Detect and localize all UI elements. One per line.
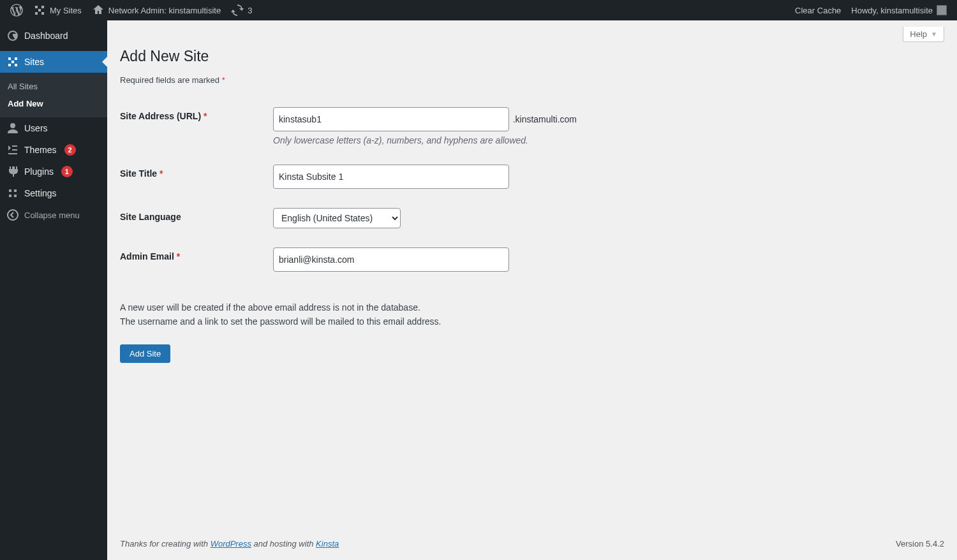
admin-sidebar: Dashboard Sites All Sites Add New Users …: [0, 20, 107, 560]
help-label: Help: [910, 29, 927, 39]
sidebar-dashboard-label: Dashboard: [24, 31, 68, 41]
admin-email-label-cell: Admin Email *: [120, 238, 267, 281]
collapse-icon: [6, 209, 19, 221]
footer-wordpress-link[interactable]: WordPress: [211, 539, 251, 549]
site-language-label: Site Language: [120, 212, 181, 222]
my-sites-label: My Sites: [50, 6, 82, 15]
footer-thanks-prefix: Thanks for creating with: [120, 539, 211, 549]
my-sites-link[interactable]: My Sites: [28, 0, 87, 20]
howdy-label: Howdy, kinstamultisite: [851, 6, 933, 15]
site-title-label: Site Title: [120, 168, 160, 179]
admin-footer: Thanks for creating with WordPress and h…: [120, 539, 944, 549]
comments-link[interactable]: 3: [226, 0, 257, 20]
home-icon: [92, 4, 105, 17]
info-line-1: A new user will be created if the above …: [120, 302, 420, 313]
plugins-icon: [6, 165, 19, 178]
collapse-label: Collapse menu: [24, 210, 80, 220]
sidebar-item-themes[interactable]: Themes 2: [0, 139, 107, 161]
avatar: [937, 5, 947, 15]
refresh-icon: [231, 4, 244, 17]
network-icon: [33, 4, 46, 17]
admin-email-req: *: [177, 251, 180, 262]
collapse-menu[interactable]: Collapse menu: [0, 204, 107, 226]
footer-thanks-mid: and hosting with: [251, 539, 316, 549]
sidebar-sites-label: Sites: [24, 57, 44, 67]
plugins-update-badge: 1: [61, 166, 73, 177]
settings-icon: [6, 187, 19, 200]
sidebar-sub-all-sites[interactable]: All Sites: [0, 78, 107, 95]
page-title: Add New Site: [120, 42, 944, 68]
themes-icon: [6, 144, 19, 156]
sidebar-themes-label: Themes: [24, 145, 57, 155]
users-icon: [6, 122, 19, 135]
site-address-label: Site Address (URL): [120, 111, 204, 121]
main-content: Help ▼ Add New Site Required fields are …: [107, 20, 957, 560]
site-address-label-cell: Site Address (URL) *: [120, 98, 267, 155]
clear-cache-label: Clear Cache: [795, 6, 841, 15]
sidebar-item-plugins[interactable]: Plugins 1: [0, 161, 107, 182]
sites-icon: [6, 55, 19, 68]
sidebar-settings-label: Settings: [24, 188, 57, 198]
network-admin-label: Network Admin: kinstamultisite: [108, 6, 221, 15]
add-site-form: Site Address (URL) * .kinstamulti.com On…: [120, 98, 944, 281]
themes-update-badge: 2: [64, 144, 76, 156]
admin-email-label: Admin Email: [120, 251, 177, 262]
clear-cache-link[interactable]: Clear Cache: [790, 0, 846, 20]
footer-kinsta-link[interactable]: Kinsta: [316, 539, 339, 549]
sidebar-item-sites[interactable]: Sites: [0, 51, 107, 73]
site-address-hint: Only lowercase letters (a-z), numbers, a…: [273, 135, 938, 145]
site-address-suffix: .kinstamulti.com: [513, 114, 577, 124]
new-user-info: A new user will be created if the above …: [120, 300, 944, 329]
sidebar-users-label: Users: [24, 123, 48, 133]
admin-bar: My Sites Network Admin: kinstamultisite …: [0, 0, 957, 20]
sidebar-item-dashboard[interactable]: Dashboard: [0, 20, 107, 51]
site-address-req: *: [204, 111, 207, 121]
howdy-user[interactable]: Howdy, kinstamultisite: [846, 0, 952, 20]
admin-email-input[interactable]: [273, 247, 509, 272]
required-legend-text: Required fields are marked: [120, 75, 222, 85]
site-address-input[interactable]: [273, 107, 509, 131]
required-fields-legend: Required fields are marked *: [120, 68, 944, 98]
wordpress-icon: [10, 4, 23, 17]
sidebar-plugins-label: Plugins: [24, 166, 54, 177]
sidebar-sub-add-new[interactable]: Add New: [0, 95, 107, 112]
svg-point-0: [8, 210, 18, 220]
sidebar-submenu-sites: All Sites Add New: [0, 73, 107, 117]
info-line-2: The username and a link to set the passw…: [120, 316, 441, 327]
site-title-req: *: [160, 168, 163, 179]
sidebar-item-settings[interactable]: Settings: [0, 182, 107, 204]
site-language-select[interactable]: English (United States): [273, 208, 401, 228]
site-title-input[interactable]: [273, 165, 509, 189]
help-tab[interactable]: Help ▼: [903, 27, 944, 42]
add-site-button[interactable]: Add Site: [120, 344, 170, 363]
required-asterisk: *: [222, 75, 225, 85]
wp-logo[interactable]: [5, 0, 28, 20]
site-title-label-cell: Site Title *: [120, 155, 267, 198]
network-admin-link[interactable]: Network Admin: kinstamultisite: [87, 0, 226, 20]
site-language-label-cell: Site Language: [120, 198, 267, 238]
footer-version: Version 5.4.2: [896, 539, 944, 549]
sidebar-item-users[interactable]: Users: [0, 117, 107, 139]
chevron-down-icon: ▼: [931, 31, 937, 38]
dashboard-icon: [6, 29, 19, 42]
comments-count: 3: [248, 6, 252, 15]
footer-left: Thanks for creating with WordPress and h…: [120, 539, 339, 549]
